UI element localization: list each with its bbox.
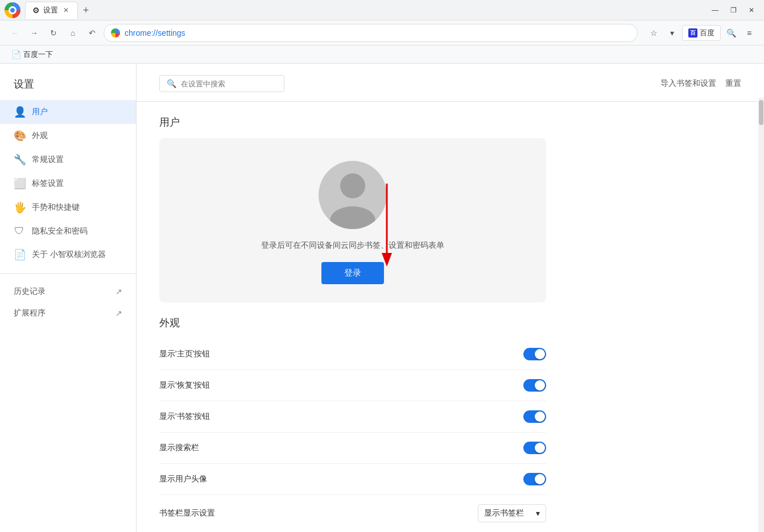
browser-logo <box>5 2 20 18</box>
appearance-section-title: 外观 <box>159 316 741 330</box>
reset-link[interactable]: 重置 <box>725 78 741 89</box>
scrollbar-thumb[interactable] <box>759 100 763 125</box>
import-link[interactable]: 导入书签和设置 <box>660 78 716 89</box>
close-button[interactable]: ✕ <box>744 5 759 16</box>
toggle-bookmark-btn[interactable] <box>523 410 546 423</box>
toggle-knob-searchbar <box>535 443 545 453</box>
history-label: 历史记录 <box>14 286 46 297</box>
baidu-label: 百度 <box>700 28 715 38</box>
sidebar-label-privacy: 隐私安全和密码 <box>32 226 88 236</box>
bookmark-icon: 📄 <box>11 50 21 59</box>
setting-row-restore: 显示'恢复'按钮 <box>159 370 546 401</box>
main-header: 🔍 导入书签和设置 重置 <box>137 64 764 102</box>
forward-button[interactable]: → <box>26 25 42 41</box>
toggle-knob-bookmark-btn <box>535 412 545 422</box>
gestures-icon: 🖐 <box>14 201 25 214</box>
restore-button[interactable]: ❐ <box>725 5 741 16</box>
bookmark-baidu[interactable]: 📄 百度一下 <box>7 48 57 61</box>
address-bar[interactable]: chrome://settings <box>104 24 638 42</box>
search-button[interactable]: 🔍 <box>723 25 739 41</box>
privacy-icon: 🛡 <box>14 225 25 237</box>
tab-bar: ⚙ 设置 ✕ + <box>25 2 703 19</box>
sidebar-title: 设置 <box>0 73 136 100</box>
external-link-icon-extensions: ↗ <box>115 309 122 318</box>
back-button[interactable]: ← <box>7 25 23 41</box>
back-button2[interactable]: ↶ <box>84 25 100 41</box>
scrollbar[interactable] <box>758 98 764 532</box>
toggle-avatar[interactable] <box>523 473 546 485</box>
sidebar-item-appearance[interactable]: 🎨 外观 <box>0 124 136 148</box>
sidebar-item-general[interactable]: 🔧 常规设置 <box>0 148 136 172</box>
chevron-down-icon: ▾ <box>536 509 540 518</box>
reload-button[interactable]: ↻ <box>46 25 61 41</box>
tabs-icon: ⬜ <box>14 177 25 190</box>
active-tab[interactable]: ⚙ 设置 ✕ <box>25 2 78 19</box>
external-link-icon-history: ↗ <box>115 287 122 296</box>
avatar-body <box>330 206 375 229</box>
history-left: 历史记录 <box>14 286 46 297</box>
site-icon <box>111 28 120 38</box>
sidebar-label-general: 常规设置 <box>32 155 64 165</box>
address-text: chrome://settings <box>125 28 630 38</box>
baidu-button[interactable]: 百 百度 <box>682 25 721 41</box>
toggle-knob-avatar <box>535 474 545 484</box>
extensions-left: 扩展程序 <box>14 308 46 318</box>
avatar-head <box>340 173 365 198</box>
avatar <box>319 161 387 229</box>
baidu-icon: 百 <box>688 28 697 38</box>
browser-logo-inner <box>9 6 16 14</box>
bookmark-dropdown[interactable]: ▾ <box>664 25 680 41</box>
toggle-home[interactable] <box>523 348 546 360</box>
setting-row-bookmark-btn: 显示'书签'按钮 <box>159 401 546 433</box>
search-icon: 🔍 <box>167 79 176 88</box>
settings-rows: 显示'主页'按钮 显示'恢复'按钮 显示'书签'按钮 <box>159 339 546 531</box>
bookmarkbar-select-value: 显示书签栏 <box>484 508 524 518</box>
sidebar-item-user[interactable]: 👤 用户 <box>0 100 136 124</box>
nav-bar: ← → ↻ ⌂ ↶ chrome://settings ☆ ▾ 百 百度 🔍 ≡ <box>0 20 764 45</box>
sidebar-label-gestures: 手势和快捷键 <box>32 202 80 213</box>
avatar-container <box>319 161 387 229</box>
minimize-button[interactable]: — <box>707 5 723 16</box>
extensions-label: 扩展程序 <box>14 308 46 318</box>
setting-label-restore: 显示'恢复'按钮 <box>159 380 210 390</box>
bookmarkbar-select[interactable]: 显示书签栏 ▾ <box>478 504 546 522</box>
sidebar-item-tabs[interactable]: ⬜ 标签设置 <box>0 172 136 196</box>
content-area: 设置 👤 用户 🎨 外观 🔧 常规设置 ⬜ 标签设置 🖐 手势和快捷键 <box>0 64 764 532</box>
sidebar-label-about: 关于 小智双核浏览器 <box>32 250 106 260</box>
bookmark-label: 百度一下 <box>23 49 53 60</box>
menu-button[interactable]: ≡ <box>741 25 757 41</box>
nav-right: ☆ ▾ 百 百度 🔍 ≡ <box>646 25 757 41</box>
new-tab-button[interactable]: + <box>78 3 94 19</box>
toggle-searchbar[interactable] <box>523 442 546 454</box>
browser-frame: ⚙ 设置 ✕ + — ❐ ✕ ← → ↻ ⌂ ↶ chrome://settin… <box>0 0 764 532</box>
general-icon: 🔧 <box>14 153 25 166</box>
toggle-restore[interactable] <box>523 379 546 392</box>
user-section-title: 用户 <box>159 115 741 129</box>
sidebar-label-user: 用户 <box>32 107 48 117</box>
sidebar-item-history[interactable]: 历史记录 ↗ <box>0 281 136 302</box>
user-card: 登录后可在不同设备间云同步书签、设置和密码表单 登录 <box>159 138 546 302</box>
sidebar-item-privacy[interactable]: 🛡 隐私安全和密码 <box>0 219 136 243</box>
toggle-knob-restore <box>535 380 545 390</box>
setting-label-bookmark-btn: 显示'书签'按钮 <box>159 412 210 422</box>
sidebar-item-extensions[interactable]: 扩展程序 ↗ <box>0 302 136 324</box>
search-box[interactable]: 🔍 <box>159 75 284 92</box>
setting-row-home: 显示'主页'按钮 <box>159 339 546 370</box>
home-button[interactable]: ⌂ <box>65 25 81 41</box>
window-controls: — ❐ ✕ <box>707 5 759 16</box>
about-icon: 📄 <box>14 248 25 261</box>
nav-divider <box>0 273 136 274</box>
search-input[interactable] <box>181 80 277 88</box>
setting-label-searchbar: 显示搜索栏 <box>159 443 199 453</box>
tab-close-button[interactable]: ✕ <box>61 6 71 15</box>
sidebar-item-gestures[interactable]: 🖐 手势和快捷键 <box>0 196 136 219</box>
main-panel: 🔍 导入书签和设置 重置 用户 <box>137 64 764 532</box>
toggle-knob-home <box>535 349 545 359</box>
setting-row-bookmarkbar: 书签栏显示设置 显示书签栏 ▾ <box>159 495 546 531</box>
sidebar-item-about[interactable]: 📄 关于 小智双核浏览器 <box>0 243 136 267</box>
login-description: 登录后可在不同设备间云同步书签、设置和密码表单 <box>261 240 444 251</box>
login-button[interactable]: 登录 <box>321 262 384 284</box>
tab-icon: ⚙ <box>32 6 40 15</box>
star-button[interactable]: ☆ <box>646 25 662 41</box>
sidebar-label-appearance: 外观 <box>32 131 48 141</box>
